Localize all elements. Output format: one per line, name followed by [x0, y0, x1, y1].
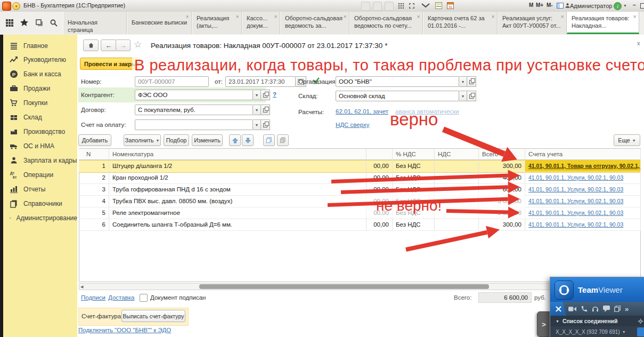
pick-button[interactable]: Подбор: [164, 134, 189, 146]
post-and-close-button[interactable]: Провести и закрыть: [80, 58, 140, 70]
sidebar-item-purchases[interactable]: Покупки: [3, 97, 77, 109]
contractor-dropdown-button[interactable]: ▼: [253, 90, 261, 100]
organization-field[interactable]: ООО "БНВ": [336, 76, 459, 87]
settlements-link[interactable]: 62.01, 62.01, зачет: [336, 108, 388, 115]
vat-pct-cell[interactable]: Без НДС: [393, 219, 435, 230]
form-close-button[interactable]: x: [637, 40, 640, 46]
vat-cell[interactable]: [435, 219, 479, 230]
sidebar-item-bank-cash[interactable]: РБанк и касса: [3, 68, 77, 80]
sidebar-item-warehouse[interactable]: Склад: [3, 111, 77, 123]
nomenclature-cell[interactable]: Труба гофрированная ПНД d 16 с зондом: [109, 183, 366, 195]
more-chevrons-icon[interactable]: »: [625, 305, 629, 313]
current-user-label[interactable]: Администратор: [570, 3, 612, 9]
col-header-sum[interactable]: [366, 149, 393, 160]
tab-services-realization[interactable]: Реализация услуг:Акт 00УТ-У00057 от...✕: [498, 12, 567, 34]
accounts-link[interactable]: 41.01, 90.01.1, Товар на отгрузку, 90.02…: [525, 160, 641, 172]
sidebar-item-administration[interactable]: Администрирование: [3, 212, 77, 224]
organization-dropdown-button[interactable]: ▼: [459, 76, 467, 87]
delivery-link[interactable]: Доставка: [108, 294, 134, 301]
restore-button[interactable]: [640, 3, 644, 9]
accounts-link[interactable]: 41.01, 90.01.1, Услуги, 90.02.1, 90.03: [525, 207, 641, 219]
split-panel-icon[interactable]: [556, 2, 564, 10]
copy-button[interactable]: [263, 134, 275, 146]
warehouse-open-button[interactable]: [467, 91, 476, 101]
scroll-left-arrow[interactable]: ◀: [80, 285, 83, 289]
move-down-button[interactable]: [242, 134, 254, 146]
apps-grid-icon[interactable]: [397, 2, 405, 10]
total-cell[interactable]: 300,00: [479, 219, 525, 230]
close-icon[interactable]: ✕: [560, 13, 564, 21]
menu-grid-icon[interactable]: [5, 19, 14, 29]
history-icon[interactable]: [35, 19, 44, 29]
favorites-star-icon[interactable]: [20, 18, 29, 29]
chevron-down-icon[interactable]: [420, 2, 431, 10]
organization-open-button[interactable]: [467, 76, 476, 87]
nomenclature-cell[interactable]: Штуцер д/шланга 1/2: [109, 160, 366, 172]
warehouse-field[interactable]: Основной склад: [336, 91, 459, 101]
sidebar-item-directories[interactable]: Справочники: [3, 198, 77, 210]
close-icon[interactable]: ✕: [417, 13, 420, 21]
contract-field[interactable]: С покупателем, руб.: [135, 105, 253, 115]
sidebar-item-operations[interactable]: ДтКтОперации: [3, 169, 77, 181]
edit-button[interactable]: Изменить: [192, 134, 223, 146]
file-transfer-icon[interactable]: [614, 306, 621, 312]
teamviewer-connect-button-fragment[interactable]: [637, 327, 644, 336]
minimize-button[interactable]: –: [633, 2, 636, 8]
tab-bank-statements[interactable]: Банковские выписки✕: [127, 12, 192, 34]
col-header-vat-pct[interactable]: % НДС: [393, 149, 435, 160]
issue-invoice-button[interactable]: Выписать счет-фактуру: [121, 310, 185, 322]
scrollbar-thumb[interactable]: [199, 284, 489, 289]
contract-open-button[interactable]: [261, 105, 270, 115]
number-field[interactable]: 00УТ-000007: [135, 76, 209, 87]
contractor-open-button[interactable]: [261, 90, 270, 100]
close-icon[interactable]: ✕: [633, 13, 637, 21]
sidebar-item-sales[interactable]: Продажи: [3, 83, 77, 94]
memory-mplus-button[interactable]: M+: [536, 2, 543, 8]
video-call-icon[interactable]: [568, 306, 576, 312]
accounts-link[interactable]: 41.01, 90.01.1, Услуги, 90.02.1, 90.03: [525, 172, 641, 183]
teamviewer-side-tab[interactable]: >: [537, 311, 551, 337]
vat-pct-cell[interactable]: Без НДС: [393, 160, 435, 172]
payment-invoice-field[interactable]: [135, 119, 253, 130]
contractor-help-link[interactable]: ?: [273, 91, 276, 98]
edo-connect-link[interactable]: Подключить "ООО "БНВ"" к ЭДО: [78, 327, 171, 333]
contractor-field[interactable]: ФЭС ООО: [135, 90, 253, 100]
home-button[interactable]: [83, 39, 99, 51]
accounts-link[interactable]: 41.01, 90.01.1, Услуги, 90.02.1, 90.03: [525, 183, 641, 195]
nomenclature-cell[interactable]: Соединитель шланга Т-образный Д=6 мм.: [109, 219, 366, 230]
nomenclature-cell[interactable]: Кран проходной 1/2: [109, 172, 366, 183]
close-icon[interactable]: ✕: [185, 13, 189, 21]
teamviewer-connections-header[interactable]: ▼ Список соединений: [550, 316, 644, 326]
phone-icon[interactable]: [581, 306, 588, 312]
calendar-icon[interactable]: 31: [446, 2, 454, 10]
tab-account-card-62[interactable]: Карточка счета 62 за01.01.2016 -...✕: [423, 12, 498, 34]
main-menu-button[interactable]: ▼: [12, 2, 20, 10]
contract-dropdown-button[interactable]: ▼: [253, 105, 261, 115]
move-up-button[interactable]: [229, 134, 241, 146]
chat-icon[interactable]: [603, 306, 610, 312]
preview-icon[interactable]: [385, 2, 394, 11]
accounts-link[interactable]: 41.01, 90.01.1, Услуги, 90.02.1, 90.03: [525, 219, 641, 230]
tab-turnover-sheet-period[interactable]: Оборотно-сальдоваяведомость за...✕: [280, 12, 349, 34]
print-icon[interactable]: [373, 2, 382, 11]
vat-mode-link[interactable]: НДС сверху: [336, 122, 370, 128]
warehouse-dropdown-button[interactable]: ▼: [459, 91, 467, 101]
teamviewer-connection-item[interactable]: X_X_X_X_X (932 709 691) ▼: [550, 326, 644, 337]
accounts-link[interactable]: 41.01, 90.01.1, Услуги, 90.02.1, 90.03: [525, 195, 641, 207]
sidebar-item-reports[interactable]: Отчеты: [3, 183, 77, 195]
save-icon[interactable]: [361, 2, 370, 11]
payment-invoice-open-button[interactable]: [261, 119, 270, 130]
tab-turnover-sheet-account[interactable]: Оборотно-сальдоваяведомость по счету...✕: [349, 12, 423, 34]
signatures-link[interactable]: Подписи: [81, 294, 105, 301]
date-field[interactable]: 23.01.2017 17:37:30: [225, 76, 296, 87]
teamviewer-close-button[interactable]: [550, 302, 566, 316]
payment-invoice-dropdown-button[interactable]: ▼: [253, 119, 261, 130]
close-icon[interactable]: ✕: [491, 13, 495, 21]
nomenclature-cell[interactable]: Реле электромагнитное: [109, 207, 366, 219]
forward-button[interactable]: →: [116, 39, 131, 51]
sum-cell[interactable]: 00,00: [366, 160, 393, 172]
memory-m-button[interactable]: M: [529, 2, 533, 8]
fullscreen-icon[interactable]: [407, 2, 415, 10]
tab-cash-documents[interactable]: Кассо...докум...✕: [242, 12, 280, 34]
col-header-nomenclature[interactable]: Номенклатура: [109, 149, 366, 160]
